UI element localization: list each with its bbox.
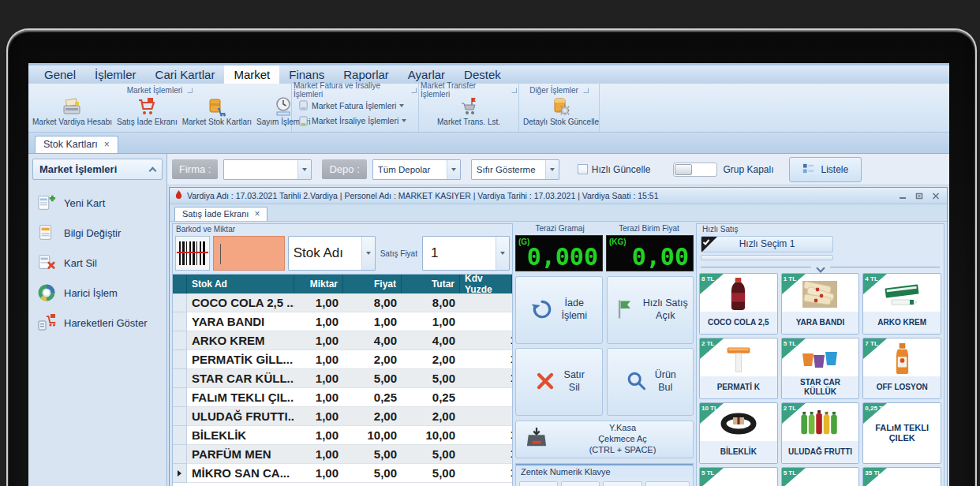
tab-satis-iade-ekrani[interactable]: Satış İade Ekranı × bbox=[174, 207, 267, 221]
table-row[interactable]: PARFÜM MEN1,005,005,001 bbox=[173, 445, 512, 464]
table-row[interactable]: YARA BANDI1,001,001,00 bbox=[173, 312, 512, 331]
action-button-i-ade-i-lemi[interactable]: İadeİşlemi bbox=[515, 276, 603, 344]
stok-adi-combobox[interactable]: Stok Adı bbox=[288, 236, 376, 271]
doc-blue-icon bbox=[298, 100, 309, 110]
cell-kdv-yuzde bbox=[460, 312, 512, 331]
ribbon-item-market-stok-kartlar[interactable]: Market Stok Kartları bbox=[180, 95, 254, 131]
product-card-bi-lekli-k[interactable]: 10 TLBİLEKLİK bbox=[699, 402, 778, 464]
chevron-down-icon[interactable] bbox=[361, 237, 375, 270]
menu-item-market[interactable]: Market bbox=[224, 65, 279, 84]
dialog-launcher-icon[interactable] bbox=[511, 88, 517, 93]
cell-miktar: 1,00 bbox=[294, 445, 343, 464]
ribbon-item-market-trans-lst[interactable]: Market Trans. Lst. bbox=[435, 95, 503, 131]
barcode-input[interactable] bbox=[213, 236, 285, 271]
sidebar-item-yeni-kart[interactable]: Yeni Kart bbox=[32, 188, 163, 218]
table-row[interactable]: ULUDAĞ FRUTTI...1,002,002,00 bbox=[173, 407, 512, 426]
firma-combobox[interactable] bbox=[223, 159, 312, 180]
barcode-button[interactable] bbox=[175, 236, 210, 271]
table-row[interactable]: PERMATİK GİLL...1,002,002,001 bbox=[173, 350, 512, 369]
table-row[interactable]: ARKO KREM1,004,004,001 bbox=[173, 331, 512, 350]
column-header-fiyat[interactable]: Fiyat bbox=[343, 275, 402, 293]
sidebar-item-kart-sil[interactable]: Kart Sil bbox=[32, 248, 163, 278]
keypad-backspace-key[interactable] bbox=[645, 481, 690, 486]
table-row[interactable]: COCO COLA 2,5 ...1,008,008,00 bbox=[173, 293, 512, 312]
dialog-launcher-icon[interactable] bbox=[583, 88, 589, 93]
restore-icon[interactable] bbox=[913, 191, 926, 201]
ribbon-item-sat-i-ade-ekran[interactable]: Satış İade Ekranı bbox=[114, 95, 180, 131]
sidebar-item-bilgi-de-i-tir[interactable]: Bilgi Değiştir bbox=[32, 218, 163, 248]
ribbon-item-market-fatura-i-lemleri[interactable]: Market Fatura İşlemleri bbox=[298, 100, 412, 110]
product-card-uluda-frutti[interactable]: 2 TLULUDAĞ FRUTTI bbox=[781, 402, 860, 464]
table-row[interactable]: STAR CAR KÜLL...1,005,005,001 bbox=[173, 369, 512, 388]
product-card-partial[interactable]: 5 TL bbox=[781, 467, 860, 486]
product-card-coco-cola-2-5[interactable]: 8 TLCOCO COLA 2,5 bbox=[699, 273, 778, 335]
sifir-gosterme-combobox[interactable]: Sıfır Gösterme bbox=[471, 159, 559, 180]
chevron-down-icon[interactable] bbox=[447, 160, 460, 179]
product-price: 7 TL bbox=[865, 340, 877, 347]
barcode-icon bbox=[179, 241, 206, 265]
chevron-down-icon[interactable] bbox=[545, 160, 559, 179]
close-icon[interactable]: × bbox=[254, 209, 260, 219]
toggle-thumb[interactable] bbox=[675, 164, 692, 175]
dialog-launcher-icon[interactable] bbox=[187, 88, 193, 93]
cell-kdv-yuzde: 1 bbox=[460, 464, 512, 483]
ribbon-item-market-vardiya-hesab[interactable]: Market Vardiya Hesabı bbox=[30, 95, 114, 131]
kasa-cekmece-button[interactable]: Y.Kasa Çekmece Aç (CTRL + SPACE) bbox=[515, 421, 694, 458]
dialog-launcher-icon[interactable] bbox=[411, 88, 417, 93]
menu-item-cari-kartlar[interactable]: Cari Kartlar bbox=[146, 65, 225, 84]
scale-and-actions-panel: Terazi Gramaj Terazi Birim Fiyat (G) 0,0… bbox=[515, 223, 694, 486]
table-row[interactable]: MİKRO SAN CA...1,005,005,001 bbox=[173, 464, 512, 483]
product-card-partial[interactable]: 5 TL bbox=[699, 467, 778, 486]
ribbon-item-label: Market Stok Kartları bbox=[182, 118, 252, 126]
product-card-fal-m-tekli-ilek[interactable]: 0,25 TLFALıM TEKLI ÇILEK bbox=[862, 402, 941, 464]
collapse-divider[interactable] bbox=[701, 265, 940, 268]
hizli-guncelle-checkbox[interactable]: Hızlı Güncelle bbox=[578, 164, 651, 175]
chevron-down-icon[interactable] bbox=[496, 237, 509, 270]
product-card-arko-krem[interactable]: 4 TLARKO KREM bbox=[862, 273, 941, 335]
menu-item-i-lemler[interactable]: İşlemler bbox=[85, 65, 146, 84]
sidebar-header[interactable]: Market İşlemleri bbox=[32, 159, 163, 180]
tab-stok-kartlari[interactable]: Stok Kartları × bbox=[35, 136, 118, 153]
quick-selection-empty-slot[interactable] bbox=[701, 255, 833, 260]
action-button-label: SatırSil bbox=[564, 369, 585, 394]
listele-button[interactable]: Listele bbox=[789, 157, 862, 182]
sidebar-item-hareketleri-g-ster[interactable]: Hareketleri Göster bbox=[32, 308, 163, 338]
ribbon-item-market-i-rsaliye-i-lemleri[interactable]: Market İrsaliye İşlemleri bbox=[298, 116, 412, 126]
sidebar-item-harici-i-lem[interactable]: Harici İşlem bbox=[32, 278, 163, 308]
menu-item-genel[interactable]: Genel bbox=[35, 65, 85, 84]
minimize-icon[interactable] bbox=[896, 191, 909, 201]
ribbon-item-detayl-stok-g-ncelle[interactable]: Detaylı Stok Güncelle bbox=[521, 95, 601, 131]
table-header-row: Stok AdMiktarFiyatTutarKdv Yuzde bbox=[173, 275, 512, 293]
table-row[interactable]: BİLEKLİK1,0010,0010,001 bbox=[173, 426, 512, 445]
cell-tutar: 2,00 bbox=[402, 407, 460, 426]
keypad-key-7[interactable]: 7 bbox=[519, 481, 558, 486]
satis-fiyat-label: Satış Fiyat bbox=[379, 249, 419, 258]
checkbox-icon[interactable] bbox=[578, 164, 588, 174]
product-card-permati-k[interactable]: 2 TLPERMATİ K bbox=[699, 338, 778, 399]
keypad-key-8[interactable]: 8 bbox=[561, 481, 600, 486]
keypad-key-9[interactable]: 9 bbox=[603, 481, 641, 486]
action-button-sat-r-sil[interactable]: SatırSil bbox=[515, 348, 603, 416]
hizli-secim-button[interactable]: Hızlı Seçim 1 bbox=[701, 236, 833, 252]
column-header-stok-ad[interactable]: Stok Ad bbox=[187, 275, 294, 293]
product-card-star-car-k-ll-k[interactable]: 5 TLSTAR CAR KÜLLÜK bbox=[781, 338, 860, 399]
close-icon[interactable]: × bbox=[104, 140, 110, 149]
action-button-h-zl-sat-a-k[interactable]: Hızlı SatışAçık bbox=[607, 276, 694, 344]
chevron-down-icon[interactable] bbox=[297, 160, 311, 179]
product-card-partial[interactable]: 35 TL bbox=[862, 467, 941, 486]
column-header-miktar[interactable]: Miktar bbox=[294, 275, 343, 293]
grup-kapali-toggle[interactable] bbox=[673, 163, 717, 177]
ribbon-group-caption: Market Fatura ve İrsaliye İşlemleri bbox=[294, 84, 417, 95]
table-row[interactable]: FALıM TEKLI ÇIL...1,000,250,25 bbox=[173, 388, 512, 407]
satis-fiyat-combobox[interactable]: 1 bbox=[422, 236, 510, 271]
document-tab-bar: Stok Kartları × bbox=[28, 133, 949, 154]
column-header-kdv-yuzde[interactable]: Kdv Yuzde bbox=[460, 275, 512, 293]
column-header-tutar[interactable]: Tutar bbox=[402, 275, 460, 293]
hizli-secim-label: Hızlı Seçim 1 bbox=[739, 238, 795, 249]
product-card-yara-bandi[interactable]: 1 TLYARA BANDI bbox=[781, 273, 860, 335]
product-card-off-losyon[interactable]: 7 TLOFF LOSYON bbox=[862, 338, 941, 399]
device-bezel: GenelİşlemlerCari KartlarMarketFinansRap… bbox=[6, 28, 977, 486]
action-button-r-n-bul[interactable]: ÜrünBul bbox=[607, 348, 694, 416]
depo-combobox[interactable]: Tüm Depolar bbox=[372, 159, 461, 180]
close-icon[interactable] bbox=[930, 191, 942, 201]
